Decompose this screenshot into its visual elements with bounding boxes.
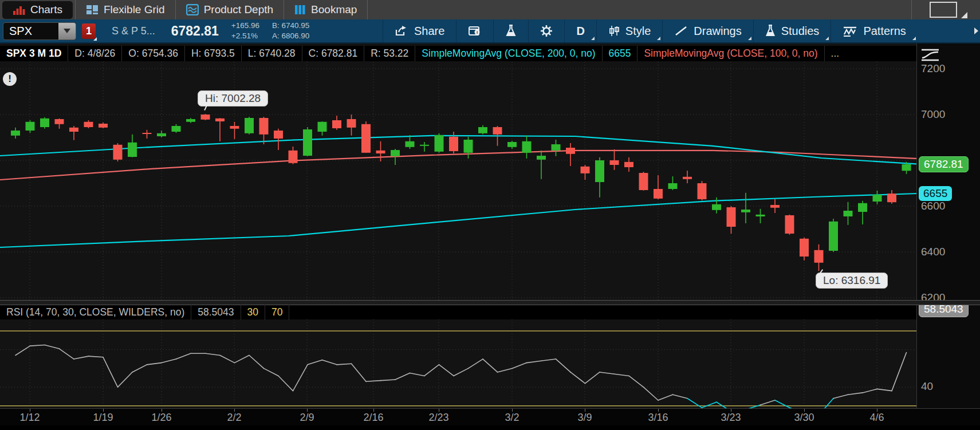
timeframe-button[interactable]: D — [564, 19, 596, 42]
time-axis-label: 2/23 — [428, 412, 448, 424]
alert-count-badge[interactable]: 1 — [82, 23, 96, 39]
time-axis-label: 2/16 — [363, 412, 383, 424]
tab-label: Bookmap — [311, 3, 357, 16]
corner-caret-icon — [748, 37, 751, 40]
rsi-overbought-setting: 70 — [265, 305, 289, 320]
price-axis[interactable]: 72007000660064006200 6782.81 6655 58.504… — [916, 44, 980, 425]
flask-icon — [505, 25, 517, 37]
share-button[interactable]: Share — [383, 19, 456, 42]
tab-label: Product Depth — [204, 3, 273, 16]
rsi-current-value: 58.5043 — [191, 305, 241, 320]
symbol-toolbar: SPX 1 S & P 5... 6782.81 +165.96 +2.51% … — [0, 19, 980, 44]
timeframe-label: D — [576, 25, 584, 38]
time-axis-label: 3/2 — [505, 412, 519, 424]
time-axis-label: 3/16 — [648, 412, 668, 424]
chart-describe-button[interactable]: i — [456, 19, 493, 42]
time-axis-label: 1/12 — [19, 412, 40, 424]
chart-status-bar: SPX 3 M 1D D: 4/8/26 O: 6754.36 H: 6793.… — [0, 46, 916, 61]
svg-text:i: i — [477, 30, 478, 35]
resize-grip-icon[interactable] — [961, 12, 967, 18]
tab-bookmap[interactable]: Bookmap — [284, 0, 367, 19]
chevron-down-icon — [64, 29, 70, 33]
waves-icon — [186, 4, 199, 15]
candlestick-icon — [608, 25, 620, 37]
bottom-filler — [0, 425, 980, 430]
corner-caret-icon — [825, 37, 829, 40]
patterns-label: Patterns — [863, 25, 906, 38]
trading-app-window: Charts Flexible Grid Product Depth — [0, 0, 980, 430]
analyze-button[interactable] — [493, 19, 528, 42]
patterns-button[interactable]: Patterns — [831, 19, 917, 42]
bid-ask-block: B: 6740.95 A: 6806.90 — [272, 21, 309, 41]
gear-icon — [540, 25, 553, 37]
symbol-dropdown-button[interactable] — [58, 23, 76, 40]
symbol-input[interactable]: SPX — [3, 22, 76, 40]
bar-chart-icon — [13, 4, 25, 15]
rsi-study-label[interactable]: RSI (14, 70, 30, CLOSE, WILDERS, no) — [0, 305, 191, 320]
more-studies-ellipsis[interactable]: ... — [825, 46, 846, 61]
ask-value: A: 6806.90 — [272, 31, 309, 41]
topbar-right-controls — [911, 0, 980, 19]
price-axis-label: 7000 — [921, 108, 945, 121]
drawings-label: Drawings — [694, 25, 741, 38]
tab-flexible-grid[interactable]: Flexible Grid — [76, 0, 175, 19]
bid-value: B: 6740.95 — [272, 21, 309, 31]
corner-caret-icon — [912, 37, 916, 40]
studies-button[interactable]: Studies — [753, 19, 831, 42]
time-axis-label: 3/30 — [794, 412, 814, 424]
ohlc-close: C: 6782.81 — [302, 46, 365, 61]
window-box-control[interactable] — [930, 2, 957, 18]
ohlc-range: R: 53.22 — [364, 46, 415, 61]
rsi-status-bar: RSI (14, 70, 30, CLOSE, WILDERS, no) 58.… — [0, 305, 916, 319]
share-icon — [395, 25, 408, 37]
low-tooltip: Lo: 6316.91 — [816, 273, 888, 289]
time-axis-label: 1/26 — [151, 412, 171, 424]
time-axis-label: 1/19 — [93, 412, 113, 424]
drawings-button[interactable]: Drawings — [662, 19, 753, 42]
high-tooltip: Hi: 7002.28 — [198, 90, 268, 106]
pencil-line-icon — [674, 25, 688, 37]
chart-title: SPX 3 M 1D — [0, 46, 68, 61]
sma200-value: 6655 — [603, 46, 638, 61]
tab-label: Charts — [30, 3, 62, 16]
time-axis-label: 3/23 — [721, 412, 741, 424]
corner-caret-icon — [657, 37, 660, 40]
style-label: Style — [625, 25, 651, 38]
tab-label: Flexible Grid — [104, 3, 165, 16]
last-price: 6782.81 — [171, 23, 219, 39]
time-axis-label: 3/9 — [577, 412, 592, 424]
tab-product-depth[interactable]: Product Depth — [176, 0, 284, 19]
sma100-study-label[interactable]: SimpleMovingAvg (CLOSE, 100, 0, no) — [637, 46, 824, 61]
ohlc-date: D: 4/8/26 — [68, 46, 122, 61]
time-axis-label: 4/6 — [869, 412, 884, 424]
sma200-study-label[interactable]: SimpleMovingAvg (CLOSE, 200, 0, no) — [415, 46, 602, 61]
corner-caret-icon — [591, 37, 595, 40]
top-tab-bar: Charts Flexible Grid Product Depth — [0, 0, 980, 19]
main-chart-canvas[interactable] — [0, 62, 916, 300]
ohlc-open: O: 6754.36 — [122, 46, 185, 61]
ohlc-high: H: 6793.5 — [185, 46, 242, 61]
time-axis-label: 2/9 — [300, 412, 314, 424]
price-axis-label: 7200 — [921, 62, 945, 75]
change-block: +165.96 +2.51% — [231, 21, 259, 41]
warning-icon[interactable]: ! — [3, 72, 17, 86]
auto-scale-icon[interactable] — [920, 48, 941, 62]
columns-icon — [294, 4, 306, 15]
change-value: +165.96 — [231, 21, 259, 31]
last-price-badge: 6782.81 — [919, 156, 969, 172]
toolbar-overflow-icon[interactable] — [974, 27, 978, 34]
sma200-price-badge: 6655 — [919, 186, 952, 201]
time-axis[interactable]: 1/121/191/262/22/92/162/233/23/93/163/23… — [0, 408, 980, 425]
studies-label: Studies — [781, 25, 820, 38]
symbol-description: S & P 5... — [112, 25, 155, 37]
rsi-axis-label-40: 40 — [921, 380, 933, 393]
symbol-text[interactable]: SPX — [3, 25, 58, 38]
tab-charts[interactable]: Charts — [2, 1, 73, 19]
rsi-chart-canvas[interactable] — [0, 319, 916, 408]
document-info-icon: i — [468, 25, 482, 37]
chart-toolbar: Share i — [383, 19, 918, 42]
settings-button[interactable] — [528, 19, 564, 42]
style-button[interactable]: Style — [596, 19, 662, 42]
pattern-icon — [843, 25, 857, 37]
chart-panel: SPX 3 M 1D D: 4/8/26 O: 6754.36 H: 6793.… — [0, 44, 980, 430]
